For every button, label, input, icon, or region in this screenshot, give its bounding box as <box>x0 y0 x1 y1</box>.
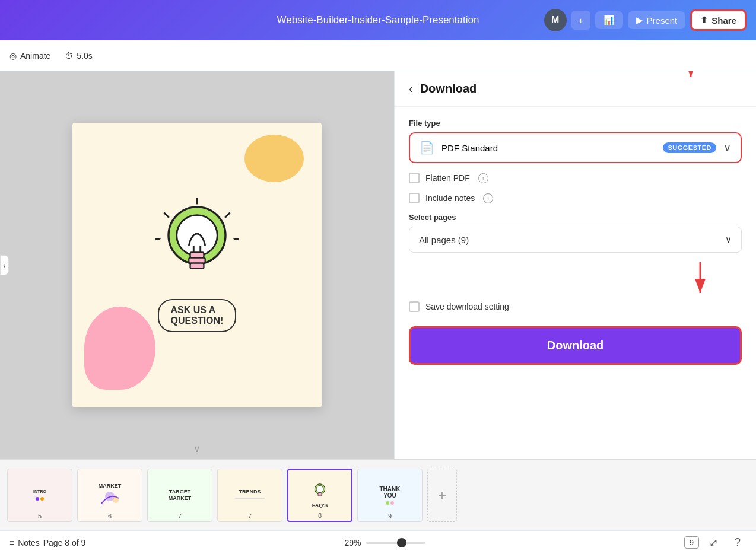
include-notes-checkbox[interactable] <box>409 193 420 203</box>
svg-point-19 <box>316 485 323 492</box>
collapse-panel-button[interactable]: ‹ <box>0 255 9 275</box>
back-icon: ‹ <box>409 82 413 95</box>
page-indicator: 9 <box>684 536 699 549</box>
thumbnail-6[interactable]: MARKET 6 <box>77 469 142 522</box>
svg-rect-6 <box>190 263 204 269</box>
add-page-button[interactable]: + <box>427 469 457 522</box>
thumb-5-number: 5 <box>38 512 42 520</box>
include-notes-row[interactable]: Include notes i <box>409 193 742 203</box>
analytics-button[interactable]: 📊 <box>595 11 623 29</box>
file-type-value: PDF Standard <box>441 143 656 153</box>
ask-question-button: ASK US AQUESTION! <box>158 299 237 332</box>
statusbar-left: ≡ Notes Page 8 of 9 <box>9 538 85 547</box>
file-type-label: File type <box>409 119 742 128</box>
statusbar-right: 9 ⤢ ? <box>684 534 747 552</box>
suggested-badge: SUGGESTED <box>663 142 716 153</box>
pages-chevron-icon: ∨ <box>725 234 732 245</box>
animate-button[interactable]: ◎ Animate <box>9 51 50 61</box>
thumb-7-label: TARGETMARKET <box>169 489 192 502</box>
thumbnail-strip: INTRO 5 MARKET 6 TARGETMARKET 7 TREND <box>0 459 756 530</box>
avatar[interactable]: M <box>544 9 567 31</box>
thumbnail-5[interactable]: INTRO 5 <box>7 469 72 522</box>
share-icon: ⬆ <box>700 15 708 26</box>
thumb-9-label: FAQ'S <box>312 502 328 509</box>
document-title: Website-Builder-Insider-Sample-Presentat… <box>277 14 479 26</box>
download-button[interactable]: Download <box>409 326 742 365</box>
zoom-slider[interactable] <box>366 542 425 544</box>
fullscreen-button[interactable]: ⤢ <box>705 534 723 552</box>
file-type-section: File type 📄 PDF Standard SUGGESTED ∨ <box>409 119 742 163</box>
thumb-8-number: 7 <box>248 512 252 520</box>
thumbnail-8[interactable]: TRENDS 7 <box>217 469 282 522</box>
download-panel: ‹ Download File type 📄 PDF Standard SUGG… <box>394 71 756 459</box>
svg-rect-5 <box>189 258 205 263</box>
main-content: ‹ <box>0 71 756 459</box>
annotation-arrow-mid <box>409 262 718 298</box>
share-button[interactable]: ⬆ Share <box>690 9 747 31</box>
thumb-7-number: 7 <box>178 512 182 520</box>
svg-line-9 <box>225 213 230 217</box>
thumbnail-10[interactable]: THANKYOU 9 <box>357 469 423 522</box>
page-info-label: Page 8 of 9 <box>43 538 86 547</box>
thumb-9-number: 8 <box>318 512 322 519</box>
decorative-shape-pink <box>84 307 155 390</box>
thumb-6-label: MARKET <box>99 483 122 489</box>
save-setting-checkbox[interactable] <box>409 301 420 312</box>
panel-title: Download <box>420 82 477 95</box>
select-pages-section: Select pages All pages (9) ∨ <box>409 213 742 253</box>
save-setting-row[interactable]: Save download setting <box>409 301 742 312</box>
thumb-5-label: INTRO <box>33 489 46 494</box>
svg-point-17 <box>113 497 119 503</box>
toolbar: ◎ Animate ⏱ 5.0s <box>0 40 756 71</box>
svg-rect-20 <box>318 493 322 496</box>
zoom-thumb <box>397 538 406 547</box>
thumb-8-label: TRENDS <box>239 489 261 495</box>
thumb-6-chart <box>98 489 122 507</box>
save-setting-label: Save download setting <box>425 302 509 311</box>
present-button[interactable]: ▶ Present <box>628 11 686 29</box>
notes-label[interactable]: Notes <box>18 538 40 547</box>
svg-point-1 <box>177 215 218 256</box>
svg-line-8 <box>164 213 169 217</box>
thumb-5-shapes <box>36 497 44 501</box>
animate-icon: ◎ <box>9 51 17 61</box>
file-type-dropdown[interactable]: 📄 PDF Standard SUGGESTED ∨ <box>409 132 742 163</box>
add-button[interactable]: + <box>571 11 590 30</box>
lightbulb-icon <box>155 198 239 293</box>
thumb-10-number: 9 <box>388 512 392 520</box>
all-pages-value: All pages (9) <box>419 235 469 245</box>
present-icon: ▶ <box>636 15 643 26</box>
slide-preview: ASK US AQUESTION! <box>72 123 322 407</box>
annotation-arrow-top <box>673 71 709 85</box>
help-button[interactable]: ? <box>729 534 747 552</box>
svg-rect-4 <box>190 252 204 257</box>
thumbnail-9[interactable]: FAQ'S 8 <box>287 469 352 522</box>
flatten-pdf-row[interactable]: Flatten PDF i <box>409 173 742 183</box>
chevron-down-icon: ∨ <box>723 141 731 154</box>
back-button[interactable]: ‹ <box>409 82 413 95</box>
thumb-8-line <box>235 498 265 499</box>
file-icon: 📄 <box>420 141 434 155</box>
red-arrow-mid-svg <box>682 262 718 298</box>
flatten-pdf-info-icon[interactable]: i <box>478 173 488 183</box>
duration-button[interactable]: ⏱ 5.0s <box>65 51 92 61</box>
thumb-6-number: 6 <box>108 512 112 520</box>
clock-icon: ⏱ <box>65 51 73 61</box>
thumb-10-label: THANKYOU <box>380 486 401 499</box>
statusbar: ≡ Notes Page 8 of 9 29% 9 ⤢ ? <box>0 530 756 554</box>
thumb-9-bulb <box>311 482 329 502</box>
zoom-level-label: 29% <box>345 538 361 547</box>
include-notes-info-icon[interactable]: i <box>483 193 493 203</box>
pages-dropdown[interactable]: All pages (9) ∨ <box>409 227 742 253</box>
topbar: Website-Builder-Insider-Sample-Presentat… <box>0 0 756 40</box>
flatten-pdf-checkbox[interactable] <box>409 173 420 183</box>
flatten-pdf-label: Flatten PDF <box>425 173 470 183</box>
red-arrow-top-svg <box>673 71 709 83</box>
panel-body: File type 📄 PDF Standard SUGGESTED ∨ Fla… <box>395 107 756 377</box>
topbar-right: M + 📊 ▶ Present ⬆ Share <box>544 9 747 31</box>
analytics-icon: 📊 <box>603 15 615 26</box>
select-pages-label: Select pages <box>409 213 742 222</box>
scroll-indicator: ∨ <box>193 443 201 454</box>
thumbnail-7[interactable]: TARGETMARKET 7 <box>147 469 212 522</box>
canvas-area: ‹ <box>0 71 394 459</box>
